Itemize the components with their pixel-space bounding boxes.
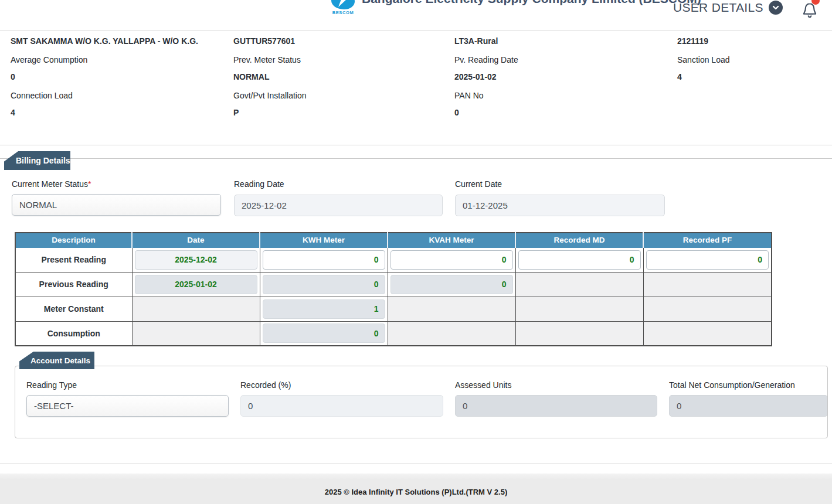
sanction-load-value: 4	[677, 72, 682, 81]
billing-details-tab: Billing Details	[4, 151, 70, 170]
row-label-meter-constant: Meter Constant	[15, 297, 132, 321]
service-id: GUTTUR577601	[233, 36, 295, 46]
app-header: BESCOM Bangalore Electricity Supply Comp…	[0, 0, 832, 31]
connection-load-label: Connection Load	[11, 91, 73, 100]
consumption-md-cell	[515, 321, 643, 346]
govt-pvt-label: Govt/Pvt Installation	[233, 91, 307, 100]
present-reading-date-field: 2025-12-02	[135, 250, 257, 270]
present-kvah-input[interactable]: 0	[390, 250, 513, 270]
consumption-date-cell	[132, 321, 260, 346]
user-details-label: USER DETAILS	[673, 1, 763, 15]
account-details-panel	[15, 366, 828, 438]
present-reading-row: Present Reading 2025-12-02 0 0 0 0	[15, 247, 772, 272]
notification-bell-icon[interactable]	[801, 1, 819, 21]
meter-constant-kvah-cell	[388, 297, 515, 321]
user-details-menu[interactable]: USER DETAILS	[673, 1, 783, 15]
column-header-recorded-md: Recorded MD	[515, 233, 643, 247]
previous-reading-date-field: 2025-01-02	[135, 275, 257, 294]
previous-recorded-pf-cell	[643, 272, 772, 297]
previous-kvah-field: 0	[390, 275, 513, 294]
current-meter-status-input[interactable]: NORMAL	[12, 194, 221, 216]
reading-date-label: Reading Date	[234, 179, 284, 189]
meter-constant-kwh-field: 1	[263, 299, 385, 319]
consumption-kwh-field: 0	[263, 323, 385, 343]
current-meter-status-label: Current Meter Status*	[12, 179, 91, 189]
present-recorded-pf-input[interactable]: 0	[646, 250, 769, 270]
bescom-logo-icon	[331, 0, 355, 9]
reading-date-input: 2025-12-02	[234, 195, 443, 216]
billing-details-tab-label: Billing Details	[16, 156, 70, 165]
bescom-logo-label: BESCOM	[329, 10, 357, 15]
billing-section-rule	[0, 158, 832, 159]
pan-no-label: PAN No	[454, 91, 484, 100]
row-label-previous-reading: Previous Reading	[15, 272, 132, 297]
prev-meter-status-value: NORMAL	[233, 72, 269, 81]
footer-copyright: 2025 © Idea Infinity IT Solutions (P)Ltd…	[325, 488, 508, 496]
chevron-down-icon	[769, 1, 783, 15]
current-date-label: Current Date	[455, 179, 502, 189]
page-root: { "header": { "title": "Bangalore Electr…	[0, 0, 832, 504]
app-title: Bangalore Electricity Supply Company Lim…	[362, 0, 701, 6]
section-divider-top	[0, 145, 832, 145]
footer-divider	[0, 464, 832, 464]
current-date-input: 01-12-2025	[455, 195, 665, 216]
average-consumption-value: 0	[11, 72, 15, 81]
footer: 2025 © Idea Infinity IT Solutions (P)Ltd…	[0, 474, 832, 504]
previous-kwh-field: 0	[263, 275, 385, 294]
pan-no-value: 0	[454, 108, 459, 117]
account-number: 2121119	[677, 36, 708, 46]
meter-constant-pf-cell	[643, 297, 772, 321]
account-details-tab-label: Account Details	[30, 356, 90, 365]
column-header-kwh: KWH Meter	[260, 233, 388, 247]
required-asterisk: *	[88, 179, 91, 189]
column-header-date: Date	[132, 233, 260, 247]
govt-pvt-value: P	[233, 108, 239, 117]
present-kwh-input[interactable]: 0	[263, 250, 385, 270]
pv-reading-date-value: 2025-01-02	[454, 72, 497, 81]
tariff-code: LT3A-Rural	[454, 36, 498, 46]
connection-load-value: 4	[11, 108, 15, 117]
row-label-consumption: Consumption	[15, 321, 132, 346]
consumption-row: Consumption 0	[15, 321, 772, 346]
column-header-recorded-pf: Recorded PF	[643, 233, 772, 247]
pv-reading-date-label: Pv. Reading Date	[454, 55, 518, 64]
bescom-logo: BESCOM	[329, 0, 357, 15]
present-recorded-md-input[interactable]: 0	[518, 250, 641, 270]
meter-reading-table: Description Date KWH Meter KVAH Meter Re…	[15, 232, 772, 346]
column-header-description: Description	[15, 233, 132, 247]
previous-reading-row: Previous Reading 2025-01-02 0 0	[15, 272, 772, 297]
account-details-tab: Account Details	[19, 352, 94, 369]
prev-meter-status-label: Prev. Meter Status	[233, 55, 301, 64]
previous-recorded-md-cell	[515, 272, 643, 297]
sanction-load-label: Sanction Load	[677, 55, 730, 64]
customer-summary: SMT SAKAMMA W/O K.G. YALLAPPA - W/O K.G.…	[0, 31, 832, 145]
table-header-row: Description Date KWH Meter KVAH Meter Re…	[15, 233, 772, 247]
meter-constant-date-cell	[132, 297, 260, 321]
meter-constant-md-cell	[515, 297, 643, 321]
average-consumption-label: Average Conumption	[11, 55, 87, 64]
meter-constant-row: Meter Constant 1	[15, 297, 772, 321]
consumption-kvah-cell	[388, 321, 515, 346]
consumption-pf-cell	[643, 321, 772, 346]
column-header-kvah: KVAH Meter	[388, 233, 515, 247]
row-label-present-reading: Present Reading	[15, 247, 132, 272]
customer-name: SMT SAKAMMA W/O K.G. YALLAPPA - W/O K.G.	[11, 36, 198, 46]
